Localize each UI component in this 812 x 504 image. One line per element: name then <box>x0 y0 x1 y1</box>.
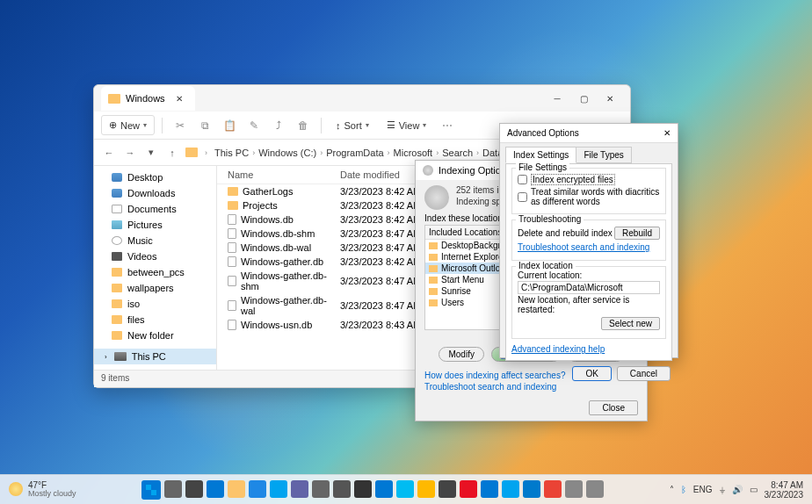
taskbar: 47°F Mostly cloudy ˄ ᛒ ENG ⏚ 🔊 ▭ 8:47 AM… <box>0 474 812 504</box>
modify-button[interactable]: Modify <box>439 347 483 362</box>
tab-file-types[interactable]: File Types <box>576 147 631 163</box>
minimize-button[interactable]: ─ <box>544 90 570 107</box>
taskbar-settings-icon[interactable] <box>312 480 330 498</box>
weather-widget[interactable]: 47°F Mostly cloudy <box>0 480 85 499</box>
taskbar-snip-icon[interactable] <box>460 480 477 498</box>
close-icon[interactable]: ✕ <box>663 128 671 138</box>
more-icon[interactable]: ⋯ <box>440 119 454 133</box>
weather-icon <box>9 482 23 496</box>
folder-icon <box>228 201 238 210</box>
folder-icon <box>429 299 438 306</box>
sidebar-item-videos[interactable]: Videos <box>94 248 216 264</box>
folder-icon <box>112 299 122 308</box>
taskbar-search-icon[interactable] <box>164 480 182 498</box>
up-button[interactable]: ↑ <box>164 145 180 161</box>
delete-icon[interactable]: 🗑 <box>296 119 310 133</box>
system-tray[interactable]: ˄ ᛒ ENG ⏚ 🔊 ▭ 8:47 AM 3/23/2023 <box>661 480 812 500</box>
advanced-titlebar[interactable]: Advanced Options ✕ <box>500 124 678 143</box>
maximize-button[interactable]: ▢ <box>570 90 597 107</box>
sort-button[interactable]: ↕ Sort ▾ <box>329 117 376 134</box>
taskbar-edge-icon[interactable] <box>249 480 266 498</box>
battery-icon[interactable]: ▭ <box>750 485 758 494</box>
chevron-up-icon[interactable]: ˄ <box>670 485 674 494</box>
crumb-windows--c--[interactable]: Windows (C:) <box>258 148 316 158</box>
taskbar-notes-icon[interactable] <box>417 480 435 498</box>
view-button[interactable]: ☰ View ▾ <box>380 116 434 134</box>
taskbar-tasks-icon[interactable] <box>185 480 203 498</box>
index-encrypted-checkbox[interactable] <box>518 175 527 184</box>
advanced-help-link[interactable]: Advanced indexing help <box>511 344 666 354</box>
folder-icon <box>112 315 122 324</box>
taskbar-photos-icon[interactable] <box>396 480 414 498</box>
folder-icon <box>112 268 122 277</box>
rename-icon[interactable]: ✎ <box>247 119 261 133</box>
folder-icon <box>112 284 122 292</box>
recent-button[interactable]: ▾ <box>143 145 159 161</box>
crumb-microsoft[interactable]: Microsoft <box>394 148 433 158</box>
tab-index-settings[interactable]: Index Settings <box>505 147 576 163</box>
troubleshoot-search-link[interactable]: Troubleshoot search and indexing <box>518 242 660 252</box>
wifi-icon[interactable]: ⏚ <box>720 485 725 494</box>
taskbar-clock-icon[interactable] <box>439 480 456 498</box>
explorer-titlebar[interactable]: Windows ✕ ─ ▢ ✕ <box>94 85 630 112</box>
current-location-field: C:\ProgramData\Microsoft <box>518 281 660 294</box>
sidebar-item-documents[interactable]: Documents <box>94 201 216 217</box>
volume-icon[interactable]: 🔊 <box>732 485 743 494</box>
sidebar-item-downloads[interactable]: Downloads <box>94 185 216 201</box>
taskbar-store-icon[interactable] <box>270 480 287 498</box>
diacritics-checkbox[interactable] <box>518 192 527 202</box>
crumb-this-pc[interactable]: This PC <box>214 148 249 158</box>
close-tab-button[interactable]: ✕ <box>170 90 188 107</box>
troubleshooting-group: Troubleshooting Delete and rebuild index… <box>511 220 666 261</box>
cancel-button[interactable]: Cancel <box>617 366 671 381</box>
sidebar-item-pictures[interactable]: Pictures <box>94 217 216 233</box>
back-button[interactable]: ← <box>101 145 117 161</box>
forward-button[interactable]: → <box>122 145 138 161</box>
share-icon[interactable]: ⤴ <box>272 119 286 133</box>
paste-icon[interactable]: 📋 <box>222 119 236 133</box>
taskbar-mail-icon[interactable] <box>375 480 393 498</box>
cut-icon[interactable]: ✂ <box>173 119 187 133</box>
file-icon <box>228 228 236 239</box>
sidebar-item-this-pc[interactable]: ›This PC <box>94 349 216 364</box>
new-button[interactable]: ⊕ New ▾ <box>101 115 155 135</box>
sidebar-item-iso[interactable]: iso <box>94 296 216 312</box>
taskbar-start-icon[interactable] <box>141 480 161 500</box>
taskbar-app2-icon[interactable] <box>586 480 604 498</box>
explorer-tab[interactable]: Windows ✕ <box>101 86 195 111</box>
rebuild-button[interactable]: Rebuild <box>614 227 660 240</box>
taskbar-app1-icon[interactable] <box>565 480 583 498</box>
search-icon <box>423 165 433 176</box>
select-new-button[interactable]: Select new <box>601 317 660 330</box>
folder-icon <box>112 252 122 261</box>
close-button[interactable]: ✕ <box>597 90 623 107</box>
sidebar-item-between-pcs[interactable]: between_pcs <box>94 264 216 280</box>
advanced-options-dialog: Advanced Options ✕ Index Settings File T… <box>499 123 678 358</box>
close-button[interactable]: Close <box>589 400 638 415</box>
sidebar-item-desktop[interactable]: Desktop <box>94 169 216 185</box>
file-icon <box>228 300 236 311</box>
sidebar-item-music[interactable]: Music <box>94 233 216 248</box>
taskbar-cortana-icon[interactable] <box>502 480 519 498</box>
taskbar-widgets-icon[interactable] <box>207 480 224 498</box>
ok-button[interactable]: OK <box>572 366 611 381</box>
taskbar-terminal-icon[interactable] <box>354 480 372 498</box>
taskbar-teams-icon[interactable] <box>291 480 308 498</box>
sidebar-item-wallpapers[interactable]: wallpapers <box>94 280 216 296</box>
taskbar-vscode-icon[interactable] <box>523 480 540 498</box>
language-indicator[interactable]: ENG <box>693 485 713 494</box>
sidebar-item-new-folder[interactable]: New folder <box>94 328 216 343</box>
folder-icon <box>112 236 122 245</box>
copy-icon[interactable]: ⧉ <box>198 119 212 133</box>
bluetooth-icon[interactable]: ᛒ <box>681 485 686 494</box>
taskbar-explorer-icon[interactable] <box>228 480 245 498</box>
clock[interactable]: 8:47 AM 3/23/2023 <box>765 480 804 500</box>
taskbar-paint-icon[interactable] <box>481 480 498 498</box>
crumb-search[interactable]: Search <box>442 148 473 158</box>
indexing-icon <box>424 185 449 210</box>
taskbar-calc-icon[interactable] <box>333 480 351 498</box>
taskbar-chrome-icon[interactable] <box>544 480 562 498</box>
folder-icon <box>112 189 122 198</box>
sidebar-item-files[interactable]: files <box>94 312 216 328</box>
crumb-programdata[interactable]: ProgramData <box>326 148 383 158</box>
